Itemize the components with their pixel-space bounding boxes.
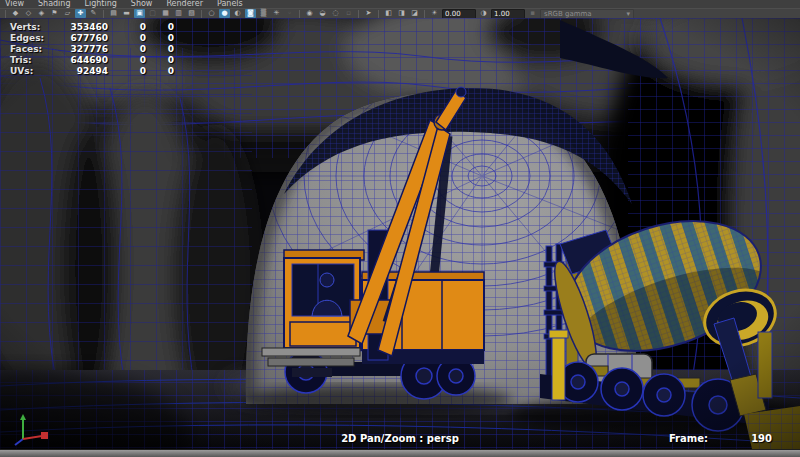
lighted-icon: ▢ — [147, 9, 158, 18]
isolate-select-icon[interactable]: ➤ — [363, 9, 374, 18]
toolbar-separator — [103, 10, 104, 18]
textured-icon[interactable]: ▣ — [134, 9, 145, 18]
axis-gizmo — [8, 412, 54, 446]
hud-label: UVs: — [10, 66, 54, 76]
toolbar-separator — [201, 10, 202, 18]
toolbar-separator — [299, 10, 300, 18]
ambient-occlusion-icon[interactable]: ▒ — [258, 9, 269, 18]
motion-blur-icon[interactable]: ✳ — [271, 9, 282, 18]
chevron-down-icon: ▾ — [626, 10, 630, 18]
toolbar-separator — [424, 10, 425, 18]
circle-select-icon[interactable]: ◌ — [330, 9, 341, 18]
srgb-gamma-label: sRGB gamma — [544, 10, 592, 18]
hud-frame-value: 190 — [751, 433, 772, 444]
maya-viewport-window: View Shading Lighting Show Renderer Pane… — [0, 0, 800, 457]
viewport-3d-scene — [0, 18, 800, 449]
hud-frame-label: Frame: — [669, 433, 708, 444]
hud-poly-count: Verts: 353460 0 0 Edges: 677760 0 0 Face… — [10, 21, 174, 76]
panel-toolbar: ◆ ◇ ◈ ⚑ ▱ ✚ ✎ ▤ ▬ ▣ ▢ ▦ ▥ ▧ ○ ● ◐ ◙ ▒ ✳ … — [0, 8, 800, 18]
hud-value-selected: 0 — [108, 33, 146, 43]
time-slider-edge[interactable] — [0, 449, 800, 457]
hud-value-selected: 0 — [108, 22, 146, 32]
menu-panels[interactable]: Panels — [217, 0, 243, 8]
axis-x-cube — [41, 432, 48, 439]
hud-label: Edges: — [10, 33, 54, 43]
pane-maximize-icon[interactable]: ◪ — [409, 9, 420, 18]
half-light-icon[interactable]: ◒ — [317, 9, 328, 18]
hud-row-faces: Faces: 327776 0 0 — [10, 43, 174, 54]
pane-layout-a-icon[interactable]: ◧ — [383, 9, 394, 18]
wireframe-on-shaded-icon[interactable]: ▥ — [173, 9, 184, 18]
hud-value-selected: 0 — [108, 66, 146, 76]
hud-row-uvs: UVs: 92494 0 0 — [10, 65, 174, 76]
extra-display-icon: ▫ — [343, 9, 354, 18]
toolbar-separator — [378, 10, 379, 18]
menu-lighting[interactable]: Lighting — [84, 0, 116, 8]
pan-zoom-2d-icon[interactable]: ✚ — [75, 9, 86, 18]
axis-x — [23, 436, 42, 439]
camera-attributes-icon[interactable]: ◈ — [36, 9, 47, 18]
default-lighting-icon[interactable]: ○ — [206, 9, 217, 18]
hud-value-total: 644690 — [54, 55, 108, 65]
viewport-3d[interactable]: Verts: 353460 0 0 Edges: 677760 0 0 Face… — [0, 18, 800, 449]
light-bulb-icon[interactable]: ◉ — [304, 9, 315, 18]
hud-label: Faces: — [10, 44, 54, 54]
hud-value-selected: 0 — [108, 55, 146, 65]
gamma-icon: ▪ — [527, 9, 538, 18]
lock-camera-icon[interactable]: ◇ — [23, 9, 34, 18]
hud-value-other: 0 — [146, 66, 174, 76]
menu-view[interactable]: View — [5, 0, 24, 8]
hud-value-other: 0 — [146, 33, 174, 43]
exposure-icon[interactable]: ☀ — [429, 9, 440, 18]
panel-menubar: View Shading Lighting Show Renderer Pane… — [0, 0, 800, 8]
pane-layout-b-icon[interactable]: ◨ — [396, 9, 407, 18]
image-plane-icon[interactable]: ▱ — [62, 9, 73, 18]
toolbar-separator — [5, 10, 6, 18]
wireframe-icon[interactable]: ▤ — [108, 9, 119, 18]
hud-value-other: 0 — [146, 44, 174, 54]
hud-label: Verts: — [10, 22, 54, 32]
hud-label: Tris: — [10, 55, 54, 65]
hud-row-verts: Verts: 353460 0 0 — [10, 21, 174, 32]
fog-icon: ◦ — [284, 9, 295, 18]
shadows-icon[interactable]: ◙ — [245, 9, 256, 18]
hud-value-total: 92494 — [54, 66, 108, 76]
axis-z — [15, 439, 23, 445]
menu-shading[interactable]: Shading — [38, 0, 71, 8]
hud-row-edges: Edges: 677760 0 0 — [10, 32, 174, 43]
bookmark-icon[interactable]: ⚑ — [49, 9, 60, 18]
texture-view-icon[interactable]: ▧ — [186, 9, 197, 18]
gamma-field[interactable] — [491, 9, 525, 19]
hud-value-selected: 0 — [108, 44, 146, 54]
hud-value-other: 0 — [146, 55, 174, 65]
all-lights-icon[interactable]: ● — [219, 9, 230, 18]
menu-show[interactable]: Show — [131, 0, 153, 8]
contrast-icon[interactable]: ◑ — [478, 9, 489, 18]
axis-y-arrow — [20, 414, 26, 420]
hud-value-other: 0 — [146, 22, 174, 32]
grease-pencil-icon[interactable]: ✎ — [88, 9, 99, 18]
hud-value-total: 677760 — [54, 33, 108, 43]
hud-row-tris: Tris: 644690 0 0 — [10, 54, 174, 65]
select-camera-icon[interactable]: ◆ — [10, 9, 21, 18]
srgb-gamma-dropdown: sRGB gamma ▾ — [540, 9, 634, 19]
menu-renderer[interactable]: Renderer — [166, 0, 203, 8]
hud-value-total: 353460 — [54, 22, 108, 32]
toolbar-separator — [358, 10, 359, 18]
hud-value-total: 327776 — [54, 44, 108, 54]
smooth-shade-icon[interactable]: ▬ — [121, 9, 132, 18]
exposure-field[interactable] — [442, 9, 476, 19]
flat-lighting-icon[interactable]: ◐ — [232, 9, 243, 18]
use-default-material-icon[interactable]: ▦ — [160, 9, 171, 18]
